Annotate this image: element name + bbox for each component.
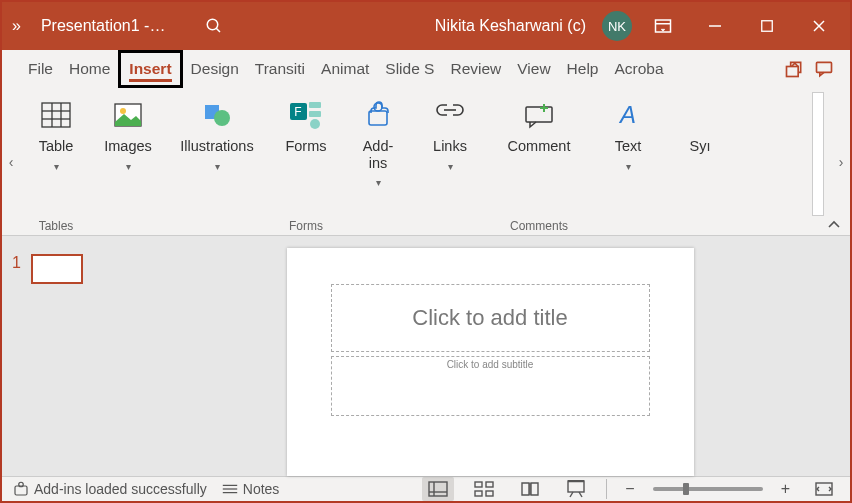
- tab-file[interactable]: File: [20, 50, 61, 88]
- view-reading-button[interactable]: [514, 477, 546, 501]
- svg-text:F: F: [294, 105, 301, 119]
- cmd-illustrations[interactable]: Illustrations ▾: [164, 94, 270, 172]
- svg-rect-48: [816, 483, 832, 495]
- cmd-images-label: Images: [104, 138, 152, 155]
- svg-rect-10: [42, 103, 70, 127]
- chevron-down-icon: ▾: [126, 161, 131, 172]
- ribbon-tabs: File Home Insert Design Transiti Animat …: [2, 50, 850, 88]
- cmd-links[interactable]: Links ▾: [414, 94, 486, 172]
- picture-icon: [113, 98, 143, 132]
- svg-point-0: [208, 19, 219, 30]
- cmd-table[interactable]: Table ▾: [20, 94, 92, 172]
- slide-canvas[interactable]: Click to add title Click to add subtitle: [130, 236, 850, 476]
- notes-toggle[interactable]: Notes: [221, 481, 280, 497]
- close-button[interactable]: [798, 2, 840, 50]
- tab-insert[interactable]: Insert: [118, 50, 182, 88]
- ribbon-overflow-panel: [812, 92, 824, 216]
- fit-to-window-button[interactable]: [808, 477, 840, 501]
- chevron-down-icon: ▾: [448, 161, 453, 172]
- tab-acrobat[interactable]: Acroba: [606, 50, 671, 88]
- document-title: Presentation1 -…: [41, 17, 166, 35]
- svg-line-47: [579, 492, 582, 497]
- forms-icon: F: [289, 98, 323, 132]
- addins-status[interactable]: Add-ins loaded successfully: [12, 480, 207, 498]
- statusbar: Add-ins loaded successfully Notes − +: [2, 476, 850, 501]
- chevron-down-icon: ▾: [215, 161, 220, 172]
- link-icon: [435, 98, 465, 132]
- share-icon[interactable]: [784, 59, 804, 79]
- zoom-out-button[interactable]: −: [621, 480, 638, 498]
- minimize-button[interactable]: [694, 2, 736, 50]
- tab-transitions[interactable]: Transiti: [247, 50, 313, 88]
- svg-rect-44: [568, 481, 584, 492]
- tab-view[interactable]: View: [509, 50, 558, 88]
- addins-icon: [12, 480, 30, 498]
- svg-rect-36: [429, 482, 447, 496]
- svg-point-23: [310, 119, 320, 129]
- textbox-icon: A: [614, 98, 642, 132]
- group-tables-label: Tables: [20, 216, 92, 236]
- maximize-button[interactable]: [746, 2, 788, 50]
- view-slideshow-button[interactable]: [560, 477, 592, 501]
- svg-point-18: [214, 110, 230, 126]
- group-forms-label: Forms: [270, 216, 342, 236]
- cmd-addins-label: Add- ins: [363, 138, 394, 171]
- view-sorter-button[interactable]: [468, 477, 500, 501]
- comments-pane-icon[interactable]: [814, 59, 834, 79]
- subtitle-placeholder[interactable]: Click to add subtitle: [331, 356, 650, 416]
- svg-rect-21: [309, 102, 321, 108]
- svg-rect-22: [309, 111, 321, 117]
- tab-slideshow[interactable]: Slide S: [377, 50, 442, 88]
- shapes-icon: [201, 98, 233, 132]
- tab-animations[interactable]: Animat: [313, 50, 377, 88]
- thumbnail-number: 1: [12, 254, 21, 272]
- svg-rect-41: [475, 491, 482, 496]
- view-normal-button[interactable]: [422, 477, 454, 501]
- cmd-comment-label: Comment: [508, 138, 571, 155]
- tab-home[interactable]: Home: [61, 50, 118, 88]
- cmd-symbols[interactable]: Syı: [664, 94, 736, 155]
- cmd-addins[interactable]: Add- ins ▾: [342, 94, 414, 188]
- svg-rect-31: [15, 486, 27, 495]
- collapse-ribbon-icon[interactable]: [826, 219, 842, 231]
- chevron-down-icon: ▾: [376, 177, 381, 188]
- table-icon: [40, 98, 72, 132]
- notes-label: Notes: [243, 481, 280, 497]
- svg-rect-8: [787, 67, 799, 77]
- workarea: 1 Click to add title Click to add subtit…: [2, 236, 850, 476]
- avatar[interactable]: NK: [602, 11, 632, 41]
- ribbon: ‹ Table ▾ Tables I: [2, 88, 850, 236]
- zoom-slider[interactable]: [653, 487, 763, 491]
- cmd-table-label: Table: [39, 138, 74, 155]
- title-placeholder[interactable]: Click to add title: [331, 284, 650, 352]
- chevron-down-icon: ▾: [54, 161, 59, 172]
- svg-rect-24: [369, 111, 387, 125]
- group-comments-label: Comments: [486, 216, 592, 236]
- cmd-comment[interactable]: Comment: [486, 94, 592, 155]
- tab-help[interactable]: Help: [559, 50, 607, 88]
- search-icon[interactable]: [205, 17, 223, 35]
- cmd-links-label: Links: [433, 138, 467, 155]
- notes-icon: [221, 482, 239, 496]
- tab-review[interactable]: Review: [442, 50, 509, 88]
- svg-rect-27: [526, 107, 552, 122]
- svg-rect-39: [475, 482, 482, 487]
- zoom-in-button[interactable]: +: [777, 480, 794, 498]
- cmd-text-label: Text: [615, 138, 642, 155]
- quickaccess-more-icon[interactable]: »: [12, 17, 21, 35]
- svg-line-1: [217, 28, 221, 32]
- ribbon-scroll-right[interactable]: ›: [832, 88, 850, 236]
- zoom-slider-thumb[interactable]: [683, 483, 689, 495]
- ribbon-scroll-left[interactable]: ‹: [2, 88, 20, 236]
- svg-text:A: A: [618, 101, 636, 128]
- thumbnail-1[interactable]: 1: [12, 254, 120, 284]
- cmd-forms-label: Forms: [285, 138, 326, 155]
- cmd-forms[interactable]: F Forms: [270, 94, 342, 155]
- cmd-images[interactable]: Images ▾: [92, 94, 164, 172]
- slide: Click to add title Click to add subtitle: [287, 248, 694, 476]
- tab-design[interactable]: Design: [183, 50, 247, 88]
- svg-rect-5: [762, 21, 773, 32]
- cmd-text[interactable]: A Text ▾: [592, 94, 664, 172]
- svg-rect-40: [486, 482, 493, 487]
- ribbon-display-options-icon[interactable]: [642, 2, 684, 50]
